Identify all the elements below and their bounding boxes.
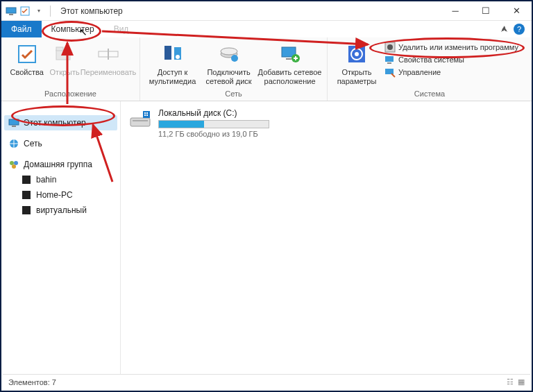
- nav-pane[interactable]: Этот компьютер Сеть Домашняя группа bahi…: [1, 101, 121, 375]
- tab-view[interactable]: Вид: [104, 21, 139, 37]
- ribbon-group-network: Доступ к мультимедиа Подключить сетевой …: [140, 37, 328, 101]
- main-pane[interactable]: Локальный диск (C:) 11,2 ГБ свободно из …: [121, 101, 532, 375]
- svg-rect-39: [144, 114, 146, 116]
- nav-item-user[interactable]: bahin: [17, 172, 117, 187]
- svg-point-12: [221, 48, 237, 55]
- computer-icon: [21, 174, 32, 185]
- properties-label: Свойства: [10, 68, 44, 77]
- open-button: Открыть: [48, 40, 81, 77]
- group-network-label: Сеть: [140, 88, 327, 101]
- svg-point-21: [387, 44, 393, 50]
- computer-icon: [21, 189, 32, 201]
- svg-point-13: [231, 55, 238, 62]
- drive-usage-bar: [158, 120, 269, 128]
- drive-item[interactable]: Локальный диск (C:) 11,2 ГБ свободно из …: [129, 108, 523, 138]
- rename-icon: [97, 43, 119, 65]
- rename-label: Переименовать: [81, 68, 137, 77]
- svg-rect-31: [22, 176, 31, 184]
- map-drive-label: Подключить сетевой диск: [201, 68, 257, 85]
- svg-rect-35: [133, 120, 148, 121]
- nav-item-user[interactable]: виртуальный: [17, 203, 117, 218]
- minimize-button[interactable]: ─: [440, 1, 471, 21]
- svg-rect-15: [286, 58, 291, 60]
- drive-icon: [129, 108, 151, 130]
- add-location-label: Добавить сетевое расположение: [257, 68, 323, 85]
- sysprops-icon: [384, 54, 396, 65]
- svg-rect-25: [9, 119, 19, 125]
- nav-item-thispc[interactable]: Этот компьютер: [4, 115, 117, 130]
- manage-button[interactable]: Управление: [384, 67, 518, 78]
- view-tiles-icon[interactable]: ▦: [518, 377, 525, 386]
- media-access-button[interactable]: Доступ к мультимедиа: [144, 40, 201, 85]
- ribbon: Свойства Открыть Переименовать Расположе…: [1, 37, 532, 101]
- nav-user-label: виртуальный: [36, 205, 87, 215]
- manage-label: Управление: [398, 68, 441, 76]
- uninstall-label: Удалить или изменить программу: [398, 43, 518, 51]
- uninstall-program-button[interactable]: Удалить или изменить программу: [384, 42, 518, 53]
- qat-properties-icon[interactable]: [19, 6, 31, 17]
- svg-rect-26: [12, 126, 16, 127]
- svg-rect-4: [56, 50, 70, 60]
- drive-usage-fill: [159, 121, 204, 128]
- titlebar: ▾ Этот компьютер ─ ☐ ✕: [1, 1, 532, 21]
- open-settings-label: Открыть параметры: [332, 68, 382, 85]
- sysprops-label: Свойства системы: [398, 56, 464, 64]
- help-icon[interactable]: ?: [514, 24, 525, 35]
- svg-point-29: [14, 161, 18, 165]
- status-text: Элементов: 7: [8, 378, 56, 386]
- maximize-button[interactable]: ☐: [471, 1, 501, 21]
- svg-rect-34: [130, 118, 150, 126]
- add-location-icon: [279, 43, 301, 65]
- window-title: Этот компьютер: [60, 6, 123, 16]
- open-icon: [53, 43, 76, 65]
- group-system-label: Система: [328, 88, 532, 101]
- ribbon-group-location: Свойства Открыть Переименовать Расположе…: [1, 37, 140, 101]
- nav-item-network[interactable]: Сеть: [4, 136, 117, 151]
- map-drive-button[interactable]: Подключить сетевой диск: [201, 40, 257, 85]
- svg-rect-5: [56, 47, 63, 51]
- rename-button: Переименовать: [81, 40, 135, 77]
- view-details-icon[interactable]: ☷: [507, 377, 514, 386]
- uninstall-icon: [384, 42, 396, 53]
- svg-rect-37: [144, 112, 146, 114]
- svg-rect-1: [9, 14, 13, 15]
- nav-network-label: Сеть: [24, 139, 42, 148]
- nav-user-label: bahin: [36, 175, 56, 185]
- svg-rect-23: [387, 62, 391, 64]
- ribbon-expand-icon[interactable]: ⮝: [501, 25, 508, 33]
- media-icon: [162, 43, 184, 65]
- nav-item-homegroup[interactable]: Домашняя группа: [4, 157, 117, 172]
- qat-dropdown-icon[interactable]: ▾: [33, 6, 44, 17]
- separator: [50, 6, 51, 17]
- ribbon-tabs: Файл Компьютер Вид ⮝ ?: [1, 21, 532, 37]
- homegroup-icon: [8, 159, 19, 170]
- system-properties-button[interactable]: Свойства системы: [384, 54, 518, 65]
- media-label: Доступ к мультимедиа: [144, 68, 201, 85]
- drive-free-text: 11,2 ГБ свободно из 19,0 ГБ: [158, 130, 269, 138]
- open-settings-button[interactable]: Открыть параметры: [332, 40, 382, 85]
- svg-rect-38: [146, 112, 148, 114]
- map-drive-icon: [218, 43, 240, 65]
- svg-point-19: [355, 52, 359, 56]
- close-button[interactable]: ✕: [501, 1, 532, 21]
- add-location-button[interactable]: Добавить сетевое расположение: [257, 40, 323, 85]
- svg-rect-8: [164, 46, 171, 60]
- drive-name: Локальный диск (C:): [158, 108, 269, 118]
- nav-user-label: Home-PC: [36, 190, 73, 200]
- svg-point-28: [10, 161, 14, 165]
- svg-rect-0: [6, 8, 16, 13]
- content-area: Этот компьютер Сеть Домашняя группа bahi…: [1, 101, 532, 375]
- statusbar: Элементов: 7 ☷ ▦: [3, 374, 530, 389]
- properties-button[interactable]: Свойства: [6, 40, 48, 77]
- ribbon-group-system: Открыть параметры Удалить или изменить п…: [328, 37, 532, 101]
- tab-file[interactable]: Файл: [1, 21, 42, 37]
- tab-computer[interactable]: Компьютер: [42, 21, 104, 37]
- nav-item-user[interactable]: Home-PC: [17, 187, 117, 203]
- thispc-icon: [8, 117, 19, 128]
- computer-icon: [21, 205, 32, 216]
- open-label: Открыть: [50, 68, 80, 77]
- properties-icon: [16, 43, 38, 65]
- svg-point-30: [12, 164, 16, 169]
- svg-rect-32: [22, 191, 31, 199]
- svg-rect-22: [385, 56, 394, 62]
